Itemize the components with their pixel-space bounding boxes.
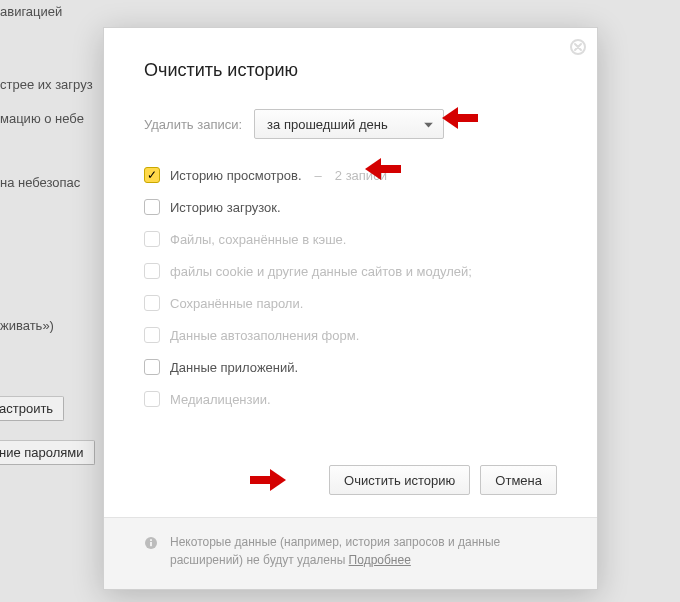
footer-learn-more-link[interactable]: Подробнее (349, 553, 411, 567)
svg-rect-3 (150, 542, 152, 546)
checkbox[interactable] (144, 231, 160, 247)
option-row[interactable]: Данные автозаполнения форм. (144, 327, 557, 343)
option-label: Данные автозаполнения форм. (170, 328, 359, 343)
option-label: файлы cookie и другие данные сайтов и мо… (170, 264, 472, 279)
checkbox[interactable] (144, 295, 160, 311)
checkbox[interactable] (144, 391, 160, 407)
svg-rect-1 (250, 476, 270, 484)
option-row[interactable]: Медиалицензии. (144, 391, 557, 407)
checkbox[interactable] (144, 359, 160, 375)
time-range-label: Удалить записи: (144, 117, 242, 132)
checkbox[interactable] (144, 167, 160, 183)
info-icon (144, 536, 158, 550)
option-label: Историю загрузок. (170, 200, 281, 215)
checkbox[interactable] (144, 327, 160, 343)
chevron-down-icon (424, 117, 433, 132)
option-row[interactable]: Историю загрузок. (144, 199, 557, 215)
time-range-value: за прошедший день (267, 117, 388, 132)
annotation-arrow-icon (250, 469, 286, 491)
svg-rect-4 (150, 539, 152, 541)
option-count: 2 записи (335, 168, 387, 183)
checkbox[interactable] (144, 199, 160, 215)
cancel-button[interactable]: Отмена (480, 465, 557, 495)
option-label: Историю просмотров. (170, 168, 302, 183)
dialog-footer: Некоторые данные (например, история запр… (104, 517, 597, 589)
option-label: Файлы, сохранённые в кэше. (170, 232, 346, 247)
options-list: Историю просмотров.–2 записиИсторию загр… (144, 167, 557, 407)
dialog-title: Очистить историю (144, 60, 557, 81)
separator: – (315, 168, 322, 183)
footer-msg: Некоторые данные (например, история запр… (170, 535, 500, 566)
option-row[interactable]: Файлы, сохранённые в кэше. (144, 231, 557, 247)
time-range-select[interactable]: за прошедший день (254, 109, 444, 139)
dialog-actions: Очистить историю Отмена (104, 451, 597, 517)
footer-text: Некоторые данные (например, история запр… (170, 534, 557, 569)
close-icon[interactable] (569, 38, 587, 56)
option-label: Сохранённые пароли. (170, 296, 303, 311)
option-row[interactable]: Историю просмотров.–2 записи (144, 167, 557, 183)
option-label: Данные приложений. (170, 360, 298, 375)
time-range-row: Удалить записи: за прошедший день (144, 109, 557, 139)
clear-history-dialog: Очистить историю Удалить записи: за прош… (103, 27, 598, 590)
clear-history-button[interactable]: Очистить историю (329, 465, 470, 495)
option-row[interactable]: файлы cookie и другие данные сайтов и мо… (144, 263, 557, 279)
option-row[interactable]: Данные приложений. (144, 359, 557, 375)
option-label: Медиалицензии. (170, 392, 271, 407)
option-row[interactable]: Сохранённые пароли. (144, 295, 557, 311)
checkbox[interactable] (144, 263, 160, 279)
